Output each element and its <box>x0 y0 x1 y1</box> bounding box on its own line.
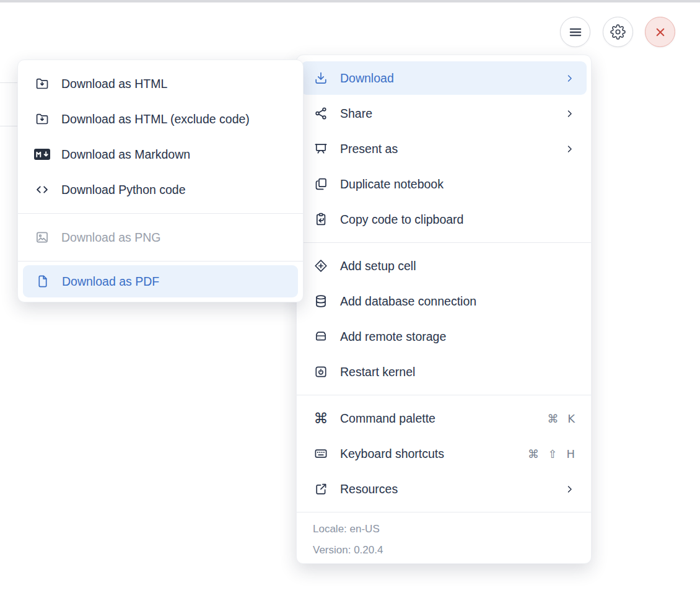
download-icon <box>313 70 329 86</box>
chevron-right-icon <box>564 73 575 84</box>
menu-footer: Locale: en-US Version: 0.20.4 <box>297 512 591 563</box>
share-icon <box>313 105 329 121</box>
menu-item-label: Download <box>340 71 394 86</box>
menu-item-label: Share <box>340 107 372 121</box>
menu-item-label: Copy code to clipboard <box>340 213 463 227</box>
menu-item-label: Duplicate notebook <box>340 177 444 191</box>
submenu-group: Download as PNG <box>18 214 303 261</box>
menu-item-add-database-connection[interactable]: Add database connection <box>301 284 587 318</box>
background-cell-divider <box>0 126 18 126</box>
menu-item-label: Add remote storage <box>340 330 446 344</box>
submenu-item-download-pdf[interactable]: Download as PDF <box>23 265 298 297</box>
menu-item-download[interactable]: Download <box>301 61 587 95</box>
menu-group: Add setup cell Add database connection A… <box>297 243 591 395</box>
menu-item-label: Present as <box>340 142 398 156</box>
submenu-item-download-png[interactable]: Download as PNG <box>22 221 299 254</box>
locale-info: Locale: en-US <box>297 519 591 540</box>
settings-button[interactable] <box>603 17 633 47</box>
restart-kernel-icon <box>313 364 329 380</box>
chevron-right-icon <box>564 144 575 154</box>
menu-item-keyboard-shortcuts[interactable]: Keyboard shortcuts ⌘ ⇧ H <box>301 437 587 470</box>
submenu-item-download-markdown[interactable]: Download as Markdown <box>22 138 299 171</box>
submenu-item-download-python-code[interactable]: Download Python code <box>22 173 299 206</box>
submenu-group: Download as PDF <box>18 262 303 302</box>
version-info: Version: 0.20.4 <box>297 540 591 561</box>
menu-item-label: Resources <box>340 482 398 496</box>
command-icon: ⌘ <box>313 410 329 426</box>
submenu-item-label: Download as Markdown <box>61 147 190 162</box>
submenu-item-label: Download as HTML (exclude code) <box>61 112 250 126</box>
file-icon <box>35 273 51 289</box>
menu-item-label: Keyboard shortcuts <box>340 447 444 461</box>
menu-item-command-palette[interactable]: ⌘ Command palette ⌘ K <box>301 402 587 435</box>
menu-item-restart-kernel[interactable]: Restart kernel <box>301 355 587 389</box>
menu-group: ⌘ Command palette ⌘ K Keyboard shortcuts… <box>297 395 591 512</box>
chevron-right-icon <box>564 108 575 119</box>
hamburger-icon <box>567 24 584 40</box>
folder-download-icon <box>34 76 50 92</box>
menu-item-label: Add database connection <box>340 294 476 309</box>
menu-item-copy-code[interactable]: Copy code to clipboard <box>301 203 587 236</box>
database-icon <box>313 293 329 309</box>
submenu-item-label: Download Python code <box>61 183 186 197</box>
folder-download-icon <box>34 111 50 127</box>
submenu-item-label: Download as PDF <box>62 275 159 289</box>
diamond-plus-icon <box>313 258 329 274</box>
clipboard-arrow-icon <box>313 211 329 227</box>
duplicate-icon <box>313 176 329 192</box>
present-icon <box>313 141 329 157</box>
submenu-group: Download as HTML Download as HTML (exclu… <box>18 60 303 213</box>
shortcut-hint: ⌘ K <box>547 412 575 425</box>
submenu-item-label: Download as HTML <box>61 77 167 91</box>
chevron-right-icon <box>564 484 575 495</box>
code-icon <box>34 182 50 198</box>
menu-item-present-as[interactable]: Present as <box>301 132 587 165</box>
menu-item-duplicate-notebook[interactable]: Duplicate notebook <box>301 167 587 201</box>
top-accent-bar <box>0 0 700 2</box>
close-button[interactable] <box>645 17 675 47</box>
menu-item-share[interactable]: Share <box>301 97 587 130</box>
shortcut-hint: ⌘ ⇧ H <box>528 447 575 460</box>
markdown-icon <box>34 146 50 162</box>
menu-group: Download Share Present as <box>297 55 591 242</box>
submenu-item-download-html-exclude-code[interactable]: Download as HTML (exclude code) <box>22 102 299 136</box>
menu-item-label: Command palette <box>340 411 435 426</box>
download-submenu: Download as HTML Download as HTML (exclu… <box>17 59 304 302</box>
notebook-menu: Download Share Present as <box>296 55 592 564</box>
menu-item-label: Add setup cell <box>340 259 416 273</box>
menu-item-resources[interactable]: Resources <box>301 472 587 506</box>
storage-icon <box>313 328 329 345</box>
image-icon <box>34 229 50 245</box>
menu-item-add-setup-cell[interactable]: Add setup cell <box>301 249 587 283</box>
hamburger-menu-button[interactable] <box>560 17 590 47</box>
menu-item-add-remote-storage[interactable]: Add remote storage <box>301 320 587 353</box>
background-cell-divider <box>0 82 18 83</box>
external-link-icon <box>313 481 329 497</box>
submenu-item-download-html[interactable]: Download as HTML <box>22 67 299 100</box>
gear-icon <box>610 24 626 40</box>
close-icon <box>652 24 668 40</box>
menu-item-label: Restart kernel <box>340 365 415 379</box>
submenu-item-label: Download as PNG <box>61 231 160 245</box>
keyboard-icon <box>313 446 329 462</box>
